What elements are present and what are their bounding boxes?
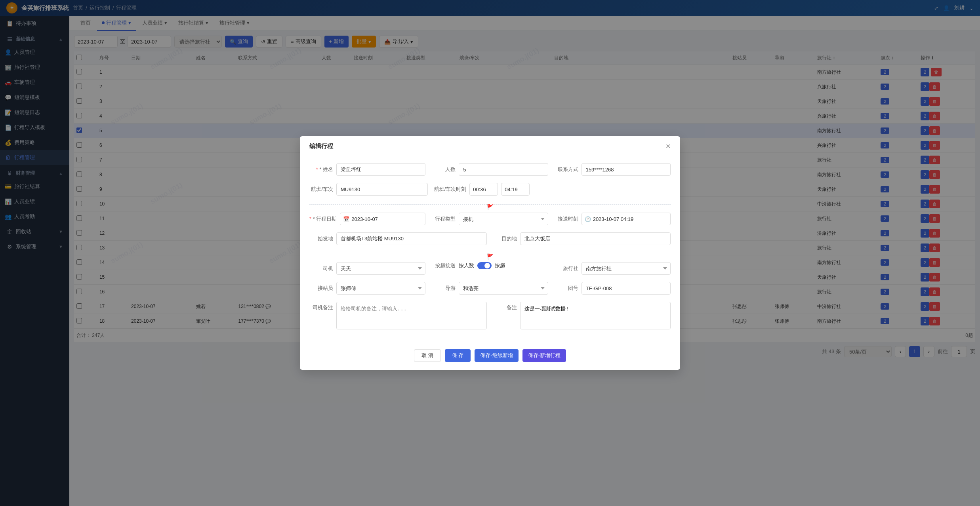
- form-group-group-no: 团号: [555, 282, 671, 295]
- pickup-time-label: 接送时刻: [555, 215, 578, 223]
- dispatch-trip-label: 按趟: [495, 262, 505, 269]
- date-label: * 行程日期: [309, 215, 337, 223]
- flight-label: 航班/车次: [309, 186, 333, 193]
- form-group-pickup-time: 接送时刻 🕐: [555, 213, 671, 225]
- note-textarea[interactable]: 这是一项测试数据!: [520, 302, 671, 329]
- dispatch-toggle[interactable]: [477, 262, 492, 269]
- form-row-3: * 行程日期 📅 行程类型 接机 接送时刻 🕐: [309, 213, 671, 225]
- modal-footer: 取 消 保 存 保存-继续新增 保存-新增行程: [300, 344, 680, 370]
- contact-label: 联系方式: [555, 166, 578, 173]
- toggle-dot: [484, 263, 490, 268]
- agency-modal-select[interactable]: 南方旅行社: [582, 262, 671, 275]
- pickup-time-input[interactable]: [582, 213, 671, 225]
- dispatch-person-label: 按人数: [459, 262, 474, 269]
- guide-select[interactable]: 和浩亮: [459, 282, 548, 295]
- cancel-button[interactable]: 取 消: [414, 349, 441, 362]
- time-label: 航班/车次时刻: [434, 186, 467, 193]
- people-input[interactable]: [459, 163, 548, 176]
- contact-input[interactable]: [582, 163, 671, 176]
- people-label: 人数: [432, 166, 456, 173]
- dest-input[interactable]: [520, 232, 671, 245]
- calendar-icon: 📅: [343, 216, 349, 222]
- time-range: [469, 183, 530, 196]
- form-group-origin: 始发地: [309, 232, 487, 245]
- time-depart-input[interactable]: [469, 183, 498, 196]
- form-row-4: 始发地 目的地: [309, 232, 671, 245]
- flight-input[interactable]: [336, 183, 428, 196]
- origin-label: 始发地: [309, 235, 333, 242]
- clock-icon: 🕐: [585, 216, 591, 222]
- name-input[interactable]: [336, 163, 425, 176]
- modal-body: * 姓名 人数 联系方式 航班/车次 航班/: [300, 155, 680, 344]
- driver-note-label: 司机备注: [309, 302, 333, 311]
- date-input[interactable]: [340, 213, 425, 225]
- form-group-name: * 姓名: [309, 163, 425, 176]
- form-group-greeter: 接站员 张师傅: [309, 282, 425, 295]
- form-row-5: 司机 天天 按趟接送 按人数 按趟 旅行社: [309, 262, 671, 275]
- driver-label: 司机: [309, 265, 333, 272]
- greeter-label: 接站员: [309, 285, 333, 292]
- trip-type-label: 行程类型: [432, 215, 456, 223]
- form-group-dispatch: 按趟接送 按人数 按趟: [432, 262, 548, 269]
- agency-label: 旅行社: [555, 265, 578, 272]
- form-group-dest: 目的地: [493, 232, 671, 245]
- toggle-group: 按人数 按趟: [459, 262, 505, 269]
- form-group-flight: 航班/车次: [309, 183, 428, 196]
- edit-modal: 编辑行程 ✕ * 姓名 人数 联系方式: [300, 136, 680, 370]
- form-row-2: 航班/车次 航班/车次时刻: [309, 183, 671, 196]
- form-group-guide: 导游 和浩亮: [432, 282, 548, 295]
- flag-icon-top: 🚩: [487, 204, 494, 210]
- form-group-driver-note: 司机备注: [309, 302, 487, 329]
- form-row-7: 司机备注 备注 这是一项测试数据!: [309, 302, 671, 329]
- dest-label: 目的地: [493, 235, 517, 242]
- form-group-driver: 司机 天天: [309, 262, 425, 275]
- modal-close-button[interactable]: ✕: [665, 143, 671, 150]
- greeter-select[interactable]: 张师傅: [336, 282, 425, 295]
- form-group-agency: 旅行社 南方旅行社: [555, 262, 671, 275]
- modal-header: 编辑行程 ✕: [300, 136, 680, 155]
- group-no-input[interactable]: [582, 282, 671, 295]
- driver-note-textarea[interactable]: [336, 302, 487, 329]
- trip-type-select[interactable]: 接机: [459, 213, 548, 225]
- time-arrive-input[interactable]: [501, 183, 530, 196]
- save-new-button[interactable]: 保存-新增行程: [522, 349, 566, 362]
- form-group-trip-type: 行程类型 接机: [432, 213, 548, 225]
- modal-overlay[interactable]: 编辑行程 ✕ * 姓名 人数 联系方式: [0, 0, 980, 506]
- form-group-date: * 行程日期 📅: [309, 213, 425, 225]
- divider-top: 🚩: [309, 203, 671, 211]
- form-row-6: 接站员 张师傅 导游 和浩亮 团号: [309, 282, 671, 295]
- dispatch-label: 按趟接送: [432, 262, 456, 269]
- pickup-time-input-wrapper: 🕐: [582, 213, 671, 225]
- date-input-wrapper: 📅: [340, 213, 425, 225]
- name-label: * 姓名: [309, 166, 333, 173]
- save-button[interactable]: 保 存: [445, 349, 471, 362]
- group-no-label: 团号: [555, 285, 578, 292]
- driver-select[interactable]: 天天: [336, 262, 425, 275]
- form-group-people: 人数: [432, 163, 548, 176]
- divider-middle: 🚩: [309, 252, 671, 261]
- flag-icon-middle: 🚩: [487, 253, 494, 260]
- origin-input[interactable]: [336, 232, 487, 245]
- form-group-contact: 联系方式: [555, 163, 671, 176]
- form-group-note: 备注 这是一项测试数据!: [493, 302, 671, 329]
- guide-label: 导游: [432, 285, 456, 292]
- modal-title: 编辑行程: [309, 143, 333, 150]
- note-label: 备注: [493, 302, 517, 311]
- form-group-flight-time: 航班/车次时刻: [434, 183, 671, 196]
- form-row-1: * 姓名 人数 联系方式: [309, 163, 671, 176]
- save-continue-button[interactable]: 保存-继续新增: [475, 349, 518, 362]
